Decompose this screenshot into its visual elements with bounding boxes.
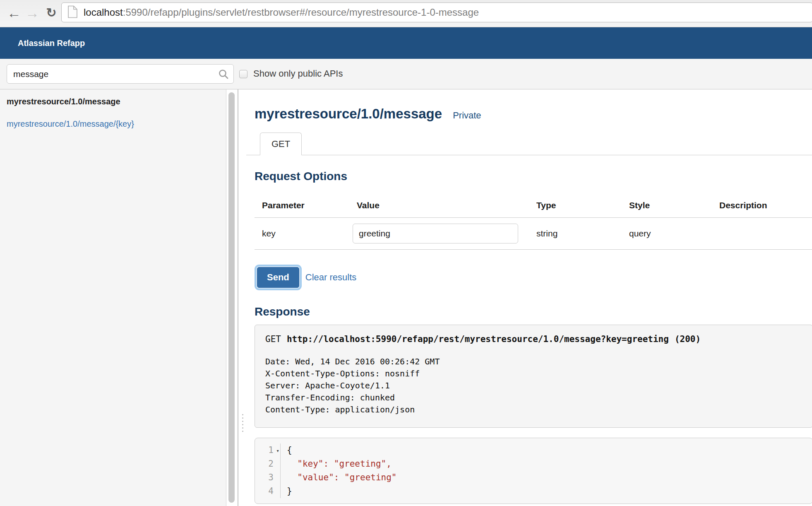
sidebar-item-message-key[interactable]: myrestresource/1.0/message/{key} — [7, 119, 226, 129]
request-options-table: Parameter Value Type Style Description k… — [255, 195, 812, 250]
code-line: 3 "value": "greeting" — [255, 471, 812, 484]
main-panel: myrestresource/1.0/message Private GET R… — [238, 89, 812, 506]
scrollbar-thumb[interactable] — [228, 92, 235, 503]
line-number: 2 — [255, 457, 281, 471]
sidebar-scrollbar — [227, 89, 238, 506]
clear-results-link[interactable]: Clear results — [305, 272, 356, 283]
tab-get[interactable]: GET — [260, 133, 302, 155]
address-bar[interactable]: localhost:5990/refapp/plugins/servlet/re… — [61, 2, 812, 22]
app-title: Atlassian Refapp — [18, 39, 85, 48]
search-input[interactable] — [7, 64, 234, 84]
send-button[interactable]: Send — [257, 267, 299, 288]
param-style: query — [622, 218, 712, 250]
col-value: Value — [349, 195, 529, 218]
table-row: key string query — [255, 218, 812, 250]
code-text: "value": "greeting" — [281, 471, 397, 484]
response-heading: Response — [255, 305, 812, 318]
response-header-line: X-Content-Type-Options: nosniff — [265, 368, 808, 380]
response-box: GEThttp://localhost:5990/refapp/rest/myr… — [255, 325, 812, 428]
param-type: string — [529, 218, 622, 250]
col-type: Type — [529, 195, 622, 218]
visibility-badge: Private — [453, 110, 481, 121]
response-header-line: Transfer-Encoding: chunked — [265, 392, 808, 404]
line-number: 1▾ — [255, 443, 281, 457]
resource-sidebar: myrestresource/1.0/message myrestresourc… — [0, 89, 226, 506]
code-text: "key": "greeting", — [281, 457, 392, 471]
panel-resize-handle[interactable] — [242, 414, 244, 434]
response-header-line: Content-Type: application/json — [265, 404, 808, 416]
response-request-line: GEThttp://localhost:5990/refapp/rest/myr… — [265, 334, 808, 344]
resource-title: myrestresource/1.0/message — [255, 106, 442, 122]
show-public-label: Show only public APIs — [253, 68, 343, 79]
app-header: Atlassian Refapp — [0, 27, 812, 59]
col-style: Style — [622, 195, 712, 218]
param-description — [712, 218, 812, 250]
col-parameter: Parameter — [255, 195, 349, 218]
response-body-viewer: 1▾ { 2 "key": "greeting", 3 "value": "gr… — [255, 438, 812, 504]
code-line: 1▾ { — [255, 443, 812, 457]
param-value-input[interactable] — [353, 224, 518, 243]
status-code: (200) — [675, 334, 701, 344]
fold-arrow-icon[interactable]: ▾ — [276, 444, 279, 458]
code-text: } — [281, 484, 292, 498]
filter-bar: Show only public APIs — [0, 59, 812, 89]
response-header-line: Date: Wed, 14 Dec 2016 00:26:42 GMT — [265, 356, 808, 368]
col-description: Description — [712, 195, 812, 218]
browser-chrome: ← → ↻ localhost:5990/refapp/plugins/serv… — [0, 0, 812, 27]
sidebar-item-message[interactable]: myrestresource/1.0/message — [7, 97, 226, 106]
param-name: key — [255, 218, 349, 250]
response-header-line: Server: Apache-Coyote/1.1 — [265, 380, 808, 392]
url-host: localhost — [84, 7, 123, 18]
request-method: GET — [265, 334, 281, 344]
forward-icon[interactable]: → — [23, 4, 41, 22]
url-path: :5990/refapp/plugins/servlet/restbrowser… — [123, 7, 479, 18]
url-text: localhost:5990/refapp/plugins/servlet/re… — [84, 7, 479, 18]
show-public-checkbox[interactable] — [239, 70, 247, 78]
code-line: 2 "key": "greeting", — [255, 457, 812, 471]
code-text: { — [281, 443, 292, 457]
request-url: http://localhost:5990/refapp/rest/myrest… — [287, 334, 669, 344]
line-number: 3 — [255, 471, 281, 484]
method-tabs: GET — [246, 133, 812, 155]
back-icon[interactable]: ← — [5, 4, 23, 22]
reload-icon[interactable]: ↻ — [42, 4, 60, 22]
page-icon — [67, 5, 78, 20]
response-headers: Date: Wed, 14 Dec 2016 00:26:42 GMT X-Co… — [265, 356, 808, 416]
search-icon — [218, 69, 229, 81]
line-number: 4 — [255, 484, 281, 498]
code-line: 4 } — [255, 484, 812, 498]
request-options-heading: Request Options — [255, 170, 812, 183]
